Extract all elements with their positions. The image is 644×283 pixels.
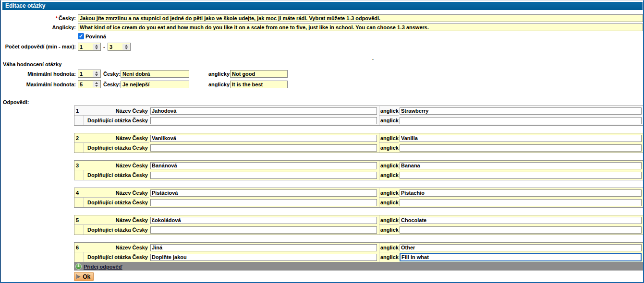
answer-followup-cz-cell	[149, 252, 379, 262]
answer-row-spacer-cell	[74, 116, 84, 125]
answer-name-en-label: anglicky	[379, 106, 399, 116]
required-asterisk: *	[56, 15, 58, 21]
max-value[interactable]: 5	[78, 82, 93, 87]
spinner-arrows-icon[interactable]	[93, 81, 100, 87]
required-checkbox[interactable]: ✓	[78, 33, 84, 39]
add-answer-bar: + Přidej odpověď	[74, 262, 644, 271]
min-value-stepper[interactable]: 1	[78, 70, 101, 78]
answer-followup-cz-input[interactable]	[150, 254, 377, 261]
answers-table: 1 Název Česky anglicky Doplňující otázka…	[74, 106, 644, 270]
answer-followup-en-cell	[399, 143, 644, 153]
answer-count-min-stepper[interactable]: 1	[78, 43, 101, 51]
answer-followup-cz-input[interactable]	[150, 172, 377, 179]
answer-row-spacer-cell	[74, 170, 84, 180]
answer-followup-en-input[interactable]	[400, 226, 642, 234]
answer-name-cz-input[interactable]	[150, 244, 377, 251]
answer-name-en-cell	[399, 106, 644, 116]
answer-name-en-input[interactable]	[400, 135, 642, 142]
weight-section-heading: Váha hodnocení otázky	[3, 61, 61, 67]
answer-row-spacer-cell	[74, 198, 84, 207]
answer-name-cz-input[interactable]	[150, 217, 377, 224]
czech-question-input[interactable]	[78, 14, 643, 22]
answer-followup-en-input[interactable]	[400, 199, 642, 206]
answer-followup-en-input[interactable]	[400, 253, 642, 261]
min-value-label: Minimální hodnota:	[1, 71, 76, 77]
answer-name-cz-input[interactable]	[150, 162, 377, 169]
english-question-input[interactable]	[78, 24, 643, 31]
answer-block: 3 Název Česky anglicky Doplňující otázka…	[74, 160, 644, 180]
max-czech-input[interactable]	[121, 81, 189, 88]
required-checkbox-label: Povinná	[85, 34, 106, 39]
answer-count-label: Počet odpovědí (min - max):	[1, 44, 76, 49]
ok-button[interactable]: ▶ Ok	[74, 272, 94, 281]
answer-followup-cz-input[interactable]	[150, 199, 377, 206]
spinner-arrows-icon[interactable]	[93, 71, 100, 77]
min-czech-input[interactable]	[121, 70, 189, 78]
answer-name-label: Název Česky	[116, 163, 149, 168]
answer-followup-en-input[interactable]	[400, 144, 642, 152]
answer-name-en-input[interactable]	[400, 162, 642, 169]
answer-followup-cz-cell	[149, 116, 379, 125]
answer-count-min-value[interactable]: 1	[78, 44, 93, 50]
answer-followup-label: Doplňující otázka Česky	[84, 198, 149, 207]
answer-followup-cz-input[interactable]	[150, 144, 377, 152]
answer-name-cz-input[interactable]	[150, 107, 377, 115]
answer-followup-en-cell	[399, 252, 644, 262]
answer-followup-en-cell	[399, 116, 644, 125]
answer-followup-cz-cell	[149, 225, 379, 235]
answer-name-en-label: anglicky	[379, 133, 399, 143]
answer-block: 4 Název Česky anglicky Doplňující otázka…	[74, 188, 644, 208]
add-plus-icon[interactable]: +	[76, 264, 81, 269]
min-english-label: anglicky:	[208, 71, 231, 77]
answer-name-en-label: anglicky	[379, 188, 399, 198]
answer-followup-en-cell	[399, 198, 644, 207]
answer-followup-cz-input[interactable]	[150, 117, 377, 124]
answer-followup-cz-input[interactable]	[150, 226, 377, 234]
answer-followup-en-input[interactable]	[400, 117, 642, 124]
answer-name-en-cell	[399, 161, 644, 170]
answer-followup-en-label: anglicky	[379, 225, 399, 235]
answer-row-spacer-cell	[74, 225, 84, 235]
answer-name-cz-input[interactable]	[150, 135, 377, 142]
answer-name-en-input[interactable]	[400, 217, 642, 224]
answer-followup-en-label: anglicky	[379, 252, 399, 262]
answer-row-spacer-cell	[74, 252, 84, 262]
answer-name-en-input[interactable]	[400, 107, 642, 115]
answer-followup-label: Doplňující otázka Česky	[84, 170, 149, 180]
answer-block: 5 Název Česky anglicky Doplňující otázka…	[74, 215, 644, 235]
answer-number: 6	[74, 245, 79, 250]
answer-name-cz-input[interactable]	[150, 189, 377, 197]
answer-number: 3	[74, 163, 79, 168]
answer-followup-en-input[interactable]	[400, 172, 642, 179]
max-value-stepper[interactable]: 5	[78, 80, 101, 88]
min-value[interactable]: 1	[78, 71, 93, 77]
add-answer-link[interactable]: Přidej odpověď	[84, 264, 122, 270]
answer-name-en-label: anglicky	[379, 161, 399, 170]
answer-name-en-cell	[399, 215, 644, 225]
answer-number: 5	[74, 217, 79, 223]
answer-name-label: Název Česky	[116, 245, 149, 250]
answer-count-max-stepper[interactable]: 3	[108, 43, 131, 51]
answer-name-en-label: anglicky	[379, 243, 399, 252]
answer-followup-cz-cell	[149, 170, 379, 180]
page-title: Editace otázky	[2, 2, 643, 10]
answer-name-cz-cell	[149, 243, 379, 252]
answer-name-en-cell	[399, 243, 644, 252]
answer-number: 1	[74, 108, 79, 114]
answer-count-max-value[interactable]: 3	[108, 44, 122, 50]
stray-dot: .	[372, 55, 374, 61]
answer-followup-cz-cell	[149, 198, 379, 207]
min-czech-label: Česky:	[103, 71, 121, 77]
answer-followup-en-label: anglicky	[379, 198, 399, 207]
spinner-arrows-icon[interactable]	[122, 44, 130, 50]
answer-name-en-input[interactable]	[400, 189, 642, 197]
answer-name-cz-cell	[149, 215, 379, 225]
answer-block: 2 Název Česky anglicky Doplňující otázka…	[74, 133, 644, 153]
max-english-label: anglicky:	[208, 82, 231, 87]
answer-name-en-input[interactable]	[400, 244, 642, 251]
min-english-input[interactable]	[230, 70, 288, 78]
spinner-arrows-icon[interactable]	[93, 44, 100, 50]
answer-name-label: Název Česky	[116, 135, 149, 141]
max-english-input[interactable]	[230, 81, 288, 88]
answer-followup-en-label: anglicky	[379, 143, 399, 153]
